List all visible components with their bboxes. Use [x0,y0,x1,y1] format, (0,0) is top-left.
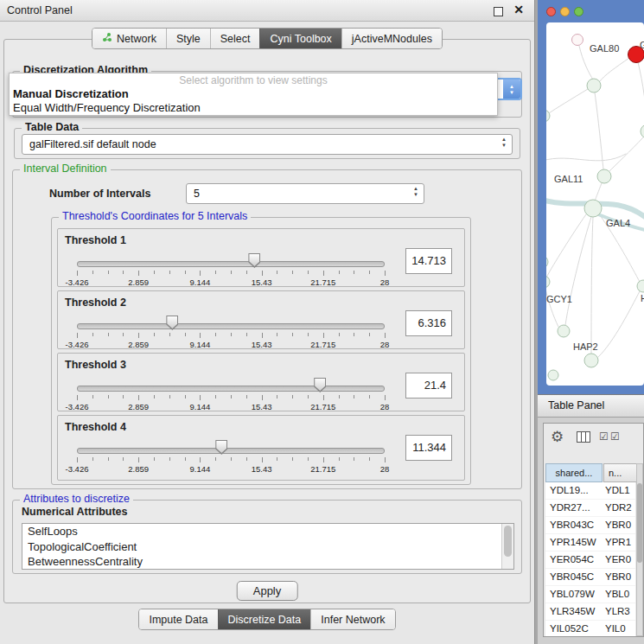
tick-mark [246,395,247,399]
scale-label: -3.426 [66,340,89,349]
table-row[interactable]: YLR345WYLR3 [545,603,635,621]
table-row[interactable]: YDL19...YDL1 [545,482,635,500]
tab-discretize-data[interactable]: Discretize Data [218,609,311,629]
columns-icon[interactable] [577,431,590,443]
network-node[interactable] [558,325,570,337]
threshold-label: Threshold 3 [65,359,126,371]
network-edge [595,183,602,201]
tick-mark [369,457,370,461]
slider-track[interactable] [77,323,385,329]
threshold-value-field[interactable]: 11.344 [405,435,452,461]
list-item[interactable]: BetweennessCentrality [22,554,513,570]
tick-mark [185,457,186,461]
close-icon[interactable]: ✕ [513,3,524,16]
threshold-value-field[interactable]: 21.4 [405,373,452,399]
tab-select[interactable]: Select [210,29,260,48]
tick-mark [92,333,93,336]
tick-mark [77,271,78,276]
tab-cyni-toolbox[interactable]: Cyni Toolbox [259,29,341,48]
table-row[interactable]: YBR043CYBR0 [545,517,635,534]
network-node[interactable] [641,124,644,138]
checkbox-icon[interactable]: ☑ [599,430,609,443]
network-node[interactable] [546,256,548,268]
network-node[interactable] [584,200,602,217]
network-node[interactable] [587,79,601,92]
dropdown-option-equal-width[interactable]: Equal Width/Frequency Discretization [10,101,497,115]
scale-label: 21.715 [310,340,335,349]
network-node[interactable] [597,169,611,183]
threshold-slider[interactable]: -3.4262.8599.14415.4321.71528 [77,437,385,475]
network-node[interactable] [546,110,550,122]
gear-icon[interactable]: ⚙ [551,428,564,446]
table-data-combobox[interactable]: galFiltered.sif default node ▲▼ [22,134,513,155]
table-row[interactable]: YER054CYER0 [545,552,635,569]
traffic-light-zoom-icon[interactable] [574,7,583,16]
network-node[interactable] [546,276,550,288]
scale-label: 15.43 [252,464,272,474]
network-node[interactable] [637,280,644,292]
checkbox-icon[interactable]: ☑ [610,430,620,443]
tick-mark [292,395,293,399]
tab-label: Style [176,33,201,45]
network-node[interactable] [548,370,558,380]
tick-mark [123,333,124,336]
threshold-value-field[interactable]: 14.713 [405,248,452,274]
apply-button[interactable]: Apply [237,581,298,601]
tick-mark [154,333,155,336]
network-canvas[interactable]: GAL80GAGAL11GAL4GCY1HHAP2 [546,22,644,386]
traffic-light-minimize-icon[interactable] [560,7,570,16]
tick-mark [108,333,109,336]
slider-track[interactable] [77,386,385,392]
threshold-slider[interactable]: -3.4262.8599.14415.4321.71528 [77,374,385,412]
scale-label: 28 [380,402,390,411]
listbox-scrollbar[interactable] [501,524,513,569]
scrollbar-thumb[interactable] [637,483,642,563]
list-item[interactable]: SelfLoops [22,524,513,539]
table-row[interactable]: YIL052CYIL0 [545,621,635,636]
table-row[interactable]: YPR145WYPR1 [545,534,635,552]
table-panel-region: ⚙ ☑ ☑ shared... n... YDL19...YDL1 YDR27.… [538,418,644,644]
number-of-intervals-combobox[interactable]: 5 ▲▼ [186,183,424,204]
table-row[interactable]: YBL079WYBL0 [545,586,635,603]
tick-mark [308,271,309,274]
network-graph[interactable]: GAL80GAGAL11GAL4GCY1HHAP2 [546,22,644,386]
group-title: Attributes to discretize [20,493,133,505]
algorithm-dropdown-overlay: Select algorithm to view settings Manual… [9,73,498,116]
scrollbar-thumb[interactable] [504,526,512,557]
tick-mark [185,271,186,274]
combo-arrows-icon[interactable]: ▲▼ [503,80,520,99]
table-row[interactable]: YDR27...YDR2 [545,500,635,517]
tab-jactivemnodules[interactable]: jActiveMNodules [341,29,442,48]
tick-mark [354,333,354,336]
tab-infer-network[interactable]: Infer Network [310,609,394,629]
network-node[interactable] [572,35,583,46]
dropdown-option-manual[interactable]: Manual Discretization [10,87,497,101]
threshold-slider[interactable]: -3.4262.8599.14415.4321.71528 [77,250,385,288]
table-scrollbar[interactable] [636,463,643,636]
tab-style[interactable]: Style [166,29,210,48]
network-edge [591,217,593,354]
tick-mark [246,271,247,274]
network-node-label: H [641,293,644,303]
scale-label: 21.715 [310,402,335,411]
slider-track[interactable] [77,448,385,454]
tick-mark [308,395,309,399]
tab-impute-data[interactable]: Impute Data [139,609,217,629]
tick-mark [200,457,201,462]
float-window-icon[interactable] [494,7,503,16]
slider-track[interactable] [77,261,385,267]
combo-value: 5 [194,188,200,200]
scale-label: 9.144 [190,277,211,287]
table-row[interactable]: YBR045CYBR0 [545,569,635,586]
attributes-listbox[interactable]: SelfLoops TopologicalCoefficient Between… [22,523,514,570]
tab-label: Discretize Data [228,614,302,626]
column-header-shared-name[interactable]: shared... [545,463,603,482]
scale-label: 2.859 [128,340,149,349]
network-node[interactable] [584,354,598,367]
threshold-value-field[interactable]: 6.316 [405,310,452,336]
network-node-label: GAL11 [554,174,583,184]
list-item[interactable]: TopologicalCoefficient [22,539,513,555]
threshold-slider[interactable]: -3.4262.8599.14415.4321.71528 [77,312,385,350]
tab-network[interactable]: Network [92,29,166,48]
traffic-light-close-icon[interactable] [546,7,556,16]
